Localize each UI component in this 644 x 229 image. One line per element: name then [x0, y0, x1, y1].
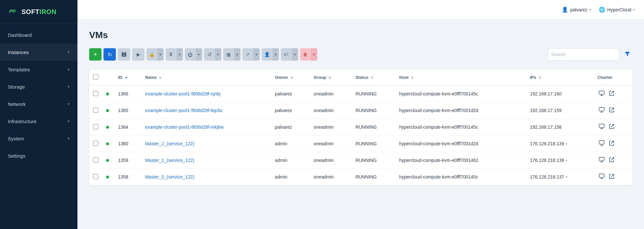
charter-cell [594, 119, 632, 136]
group-cell: oneadmin [310, 119, 352, 136]
refresh-button[interactable]: ↻ [103, 48, 116, 61]
row-checkbox-cell[interactable] [89, 169, 102, 185]
vnc-icon-button[interactable] [608, 140, 615, 148]
vnc-icon-button[interactable] [608, 123, 615, 131]
ownership-button[interactable]: 👤 [262, 48, 272, 61]
col-id-header[interactable]: ID ▼ [114, 70, 141, 85]
row-checkbox-cell[interactable] [89, 85, 102, 102]
console-icon-button[interactable] [597, 123, 606, 131]
sidebar-item-network[interactable]: Network ▾ [0, 95, 77, 113]
power-button[interactable]: ⏻ [185, 48, 195, 61]
row-select-checkbox[interactable] [93, 91, 98, 96]
sidebar-item-instances[interactable]: Instances ▾ [0, 44, 77, 61]
ip-more-chevron-icon[interactable]: ▾ [566, 175, 567, 179]
col-group-header[interactable]: Group ⇅ [310, 70, 352, 85]
external-link-icon [609, 157, 614, 162]
external-link-icon [609, 107, 614, 112]
console-icon-button[interactable] [597, 173, 606, 181]
console-icon-button[interactable] [597, 90, 606, 98]
share-dropdown-button[interactable]: ▾ [253, 48, 260, 61]
col-ips-header[interactable]: IPs ⇅ [526, 70, 594, 85]
power-dropdown-button[interactable]: ▾ [195, 48, 202, 61]
share-button[interactable]: ↗ [242, 48, 253, 61]
ip-more-chevron-icon[interactable]: ▾ [566, 159, 567, 162]
migrate-button[interactable]: ▦ [223, 48, 234, 61]
delete-dropdown-button[interactable]: ▾ [310, 48, 317, 61]
status-cell: RUNNING [351, 102, 395, 119]
name-cell[interactable]: example-cluster-pool1-f806d28f-mkj6w [141, 119, 271, 136]
user-icon: 👤 [562, 7, 568, 13]
ips-cell: 192.168.17.160 [526, 85, 594, 102]
filter-button[interactable] [623, 50, 632, 59]
name-cell[interactable]: Master_0_(service_122) [141, 169, 271, 185]
row-select-checkbox[interactable] [93, 174, 98, 179]
lock-dropdown-button[interactable]: ▾ [157, 48, 164, 61]
sidebar-item-infrastructure[interactable]: Infrastructure ▾ [0, 113, 77, 130]
row-checkbox-cell[interactable] [89, 152, 102, 169]
delete-button[interactable]: 🗑 [300, 48, 310, 61]
col-status-header[interactable]: Status ⇅ [351, 70, 395, 85]
sidebar-item-templates[interactable]: Templates ▾ [0, 61, 77, 78]
sort-asc-icon: ▼ [125, 76, 128, 79]
name-cell[interactable]: Master_1_(service_122) [141, 152, 271, 169]
chevron-down-icon: ▾ [68, 102, 70, 106]
ip-more-chevron-icon[interactable]: ▾ [566, 142, 567, 146]
vnc-icon-button[interactable] [608, 173, 615, 181]
name-cell[interactable]: example-cluster-pool1-f806d28f-6qcbc [141, 102, 271, 119]
migrate-split-button[interactable]: ▦ ▾ [223, 48, 240, 61]
select-all-header[interactable] [89, 70, 102, 85]
sidebar-item-storage[interactable]: Storage ▾ [0, 78, 77, 95]
col-name-header[interactable]: Name ⇅ [141, 70, 271, 85]
host-cell: hypercloud-compute-kvm-e0fff7001d2d [395, 102, 526, 119]
search-input[interactable] [551, 52, 610, 57]
owner-cell: admin [271, 152, 310, 169]
tag-button[interactable]: 🏷 [281, 48, 291, 61]
reload-dropdown-button[interactable]: ▾ [214, 48, 221, 61]
lock-button[interactable]: 🔒 [146, 48, 157, 61]
console-icon-button[interactable] [597, 107, 606, 114]
sidebar-item-system[interactable]: System ▾ [0, 130, 77, 147]
share-split-button[interactable]: ↗ ▾ [242, 48, 260, 61]
pause-split-button[interactable]: ⏸ ▾ [166, 48, 183, 61]
row-checkbox-cell[interactable] [89, 119, 102, 136]
external-link-icon [609, 124, 614, 129]
vnc-icon-button[interactable] [608, 107, 615, 114]
add-vm-button[interactable]: + [89, 48, 102, 61]
vnc-icon-button[interactable] [608, 90, 615, 98]
row-select-checkbox[interactable] [93, 107, 98, 113]
user-menu[interactable]: 👤 palvarez ▾ [562, 7, 591, 13]
reload-split-button[interactable]: ↺ ▾ [204, 48, 221, 61]
sidebar-item-settings[interactable]: Settings [0, 147, 77, 165]
ownership-dropdown-button[interactable]: ▾ [272, 48, 279, 61]
pause-button[interactable]: ⏸ [166, 48, 176, 61]
lock-split-button[interactable]: 🔒 ▾ [146, 48, 164, 61]
select-all-checkbox[interactable] [93, 74, 98, 79]
name-cell[interactable]: Master_2_(service_122) [141, 136, 271, 152]
row-select-checkbox[interactable] [93, 141, 98, 146]
row-checkbox-cell[interactable] [89, 102, 102, 119]
sidebar-item-dashboard[interactable]: Dashboard [0, 26, 77, 44]
row-checkbox-cell[interactable] [89, 136, 102, 152]
sidebar-item-label: System [8, 136, 24, 141]
reload-button[interactable]: ↺ [204, 48, 214, 61]
power-split-button[interactable]: ⏻ ▾ [185, 48, 202, 61]
name-cell[interactable]: example-cluster-pool1-f806d28f-njnbj [141, 85, 271, 102]
tag-split-button[interactable]: 🏷 ▾ [281, 48, 298, 61]
cloud-menu[interactable]: 🌐 HyperCloud ▾ [599, 7, 635, 13]
row-select-checkbox[interactable] [93, 124, 98, 129]
delete-split-button[interactable]: 🗑 ▾ [300, 48, 317, 61]
row-select-checkbox[interactable] [93, 157, 98, 163]
col-host-header[interactable]: Host ⇅ [395, 70, 526, 85]
console-icon-button[interactable] [597, 156, 606, 164]
sidebar: SOFTIRON Dashboard Instances ▾ Templates… [0, 0, 77, 229]
vnc-icon-button[interactable] [608, 157, 615, 164]
play-button[interactable]: ▶ [132, 48, 144, 61]
chevron-down-icon: ▾ [68, 85, 70, 89]
tag-dropdown-button[interactable]: ▾ [291, 48, 298, 61]
migrate-dropdown-button[interactable]: ▾ [234, 48, 240, 61]
save-button[interactable] [118, 48, 130, 61]
pause-dropdown-button[interactable]: ▾ [176, 48, 183, 61]
ownership-split-button[interactable]: 👤 ▾ [262, 48, 279, 61]
console-icon-button[interactable] [597, 140, 606, 148]
col-owner-header[interactable]: Owner ⇅ [271, 70, 310, 85]
